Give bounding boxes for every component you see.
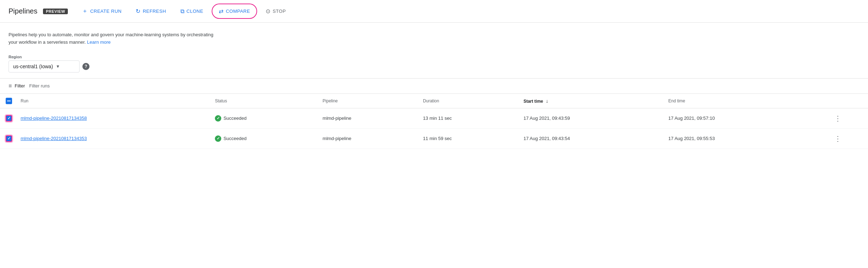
filter-label: Filter — [15, 83, 25, 89]
compare-button[interactable]: ⇄ COMPARE — [213, 5, 256, 17]
status-cell: Succeeded — [209, 128, 317, 149]
col-start-time[interactable]: Start time ↓ — [518, 94, 663, 108]
col-run: Run — [15, 94, 209, 108]
col-end-time: End time — [663, 94, 808, 108]
filter-button[interactable]: ≡ Filter — [9, 83, 25, 89]
region-label: Region — [9, 55, 859, 59]
minus-icon — [7, 101, 11, 101]
row-checkbox-cell — [0, 128, 15, 149]
succeeded-icon — [215, 135, 221, 142]
more-actions-button[interactable]: ⋮ — [813, 113, 862, 124]
pipeline-cell: mlmd-pipeline — [317, 108, 417, 128]
compare-icon: ⇄ — [219, 8, 224, 15]
run-name-cell: mlmd-pipeline-20210817134353 — [15, 128, 209, 149]
status-text: Succeeded — [223, 136, 246, 141]
col-status: Status — [209, 94, 317, 108]
runs-table-container: Run Status Pipeline Duration Start time … — [0, 93, 868, 149]
page-title: Pipelines — [9, 7, 37, 15]
col-pipeline: Pipeline — [317, 94, 417, 108]
run-name-cell: mlmd-pipeline-20210817134358 — [15, 108, 209, 128]
duration-cell: 13 min 11 sec — [417, 108, 518, 128]
more-actions-button[interactable]: ⋮ — [813, 133, 862, 144]
run-link[interactable]: mlmd-pipeline-20210817134358 — [21, 116, 87, 121]
row-1-checkbox[interactable] — [6, 115, 12, 122]
row-checkbox-cell — [0, 108, 15, 128]
create-run-button[interactable]: ＋ CREATE RUN — [76, 5, 127, 18]
start-time-cell: 17 Aug 2021, 09:43:54 — [518, 128, 663, 149]
status-text: Succeeded — [223, 116, 246, 121]
status-cell: Succeeded — [209, 108, 317, 128]
col-actions — [808, 94, 868, 108]
sort-arrow-icon: ↓ — [546, 98, 548, 104]
end-time-cell: 17 Aug 2021, 09:57:10 — [663, 108, 808, 128]
learn-more-link[interactable]: Learn more — [87, 39, 110, 45]
region-value: us-central1 (Iowa) — [13, 64, 53, 69]
description-text: Pipelines help you to automate, monitor … — [9, 31, 222, 46]
refresh-button[interactable]: ↻ REFRESH — [130, 5, 172, 17]
pipeline-cell: mlmd-pipeline — [317, 128, 417, 149]
table-header-row: Run Status Pipeline Duration Start time … — [0, 94, 868, 108]
toolbar: Pipelines PREVIEW ＋ CREATE RUN ↻ REFRESH… — [0, 0, 868, 23]
region-select-wrapper: us-central1 (Iowa) ▼ ? — [9, 60, 859, 73]
help-icon[interactable]: ? — [82, 63, 89, 70]
refresh-icon: ↻ — [136, 8, 141, 15]
chevron-down-icon: ▼ — [56, 64, 60, 69]
start-time-cell: 17 Aug 2021, 09:43:59 — [518, 108, 663, 128]
stop-icon: ⊙ — [266, 8, 271, 15]
plus-icon: ＋ — [82, 7, 88, 15]
duration-cell: 11 min 59 sec — [417, 128, 518, 149]
clone-button[interactable]: ⧉ CLONE — [175, 5, 209, 17]
row-2-checkbox[interactable] — [6, 135, 12, 142]
col-duration: Duration — [417, 94, 518, 108]
more-actions-cell: ⋮ — [808, 108, 868, 128]
region-section: Region us-central1 (Iowa) ▼ ? — [0, 52, 868, 78]
table-row: mlmd-pipeline-20210817134353Succeededmlm… — [0, 128, 868, 149]
filter-runs-placeholder: Filter runs — [29, 83, 50, 89]
clone-icon: ⧉ — [180, 8, 185, 15]
filter-icon: ≡ — [9, 83, 12, 89]
filter-section: ≡ Filter Filter runs — [0, 78, 868, 93]
header-checkbox-cell — [0, 94, 15, 108]
stop-button[interactable]: ⊙ STOP — [260, 5, 292, 17]
description-section: Pipelines help you to automate, monitor … — [0, 23, 868, 52]
region-select[interactable]: us-central1 (Iowa) ▼ — [9, 60, 80, 73]
preview-badge: PREVIEW — [43, 9, 68, 14]
compare-button-wrapper: ⇄ COMPARE — [212, 4, 257, 19]
more-actions-cell: ⋮ — [808, 128, 868, 149]
succeeded-icon — [215, 115, 221, 122]
end-time-cell: 17 Aug 2021, 09:55:53 — [663, 128, 808, 149]
table-row: mlmd-pipeline-20210817134358Succeededmlm… — [0, 108, 868, 128]
runs-table: Run Status Pipeline Duration Start time … — [0, 94, 868, 149]
run-link[interactable]: mlmd-pipeline-20210817134353 — [21, 136, 87, 141]
select-all-checkbox[interactable] — [6, 98, 12, 104]
